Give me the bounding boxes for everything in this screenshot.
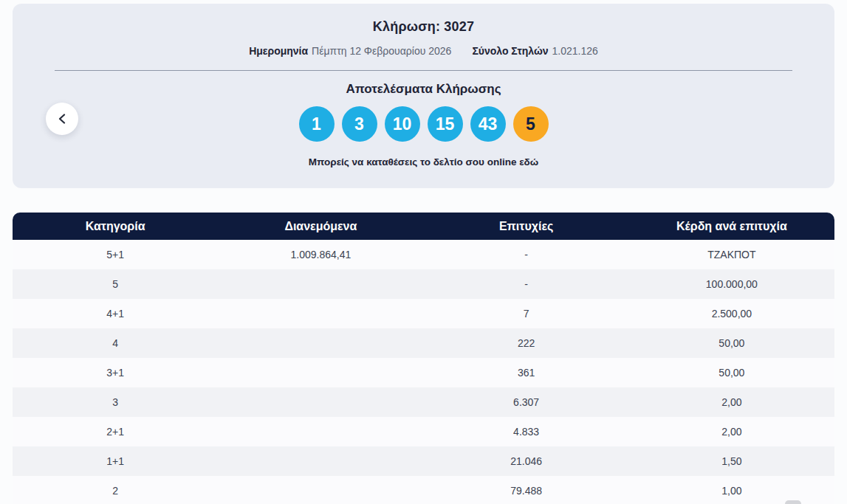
table-row: 2+14.8332,00 — [13, 417, 834, 446]
chevron-left-icon — [58, 114, 66, 124]
table-row: 5-100.000,00 — [13, 269, 834, 299]
cell-winners: 4.833 — [424, 426, 629, 438]
cell-category: 5 — [13, 278, 218, 290]
cell-winners: - — [424, 278, 629, 290]
cell-category: 4 — [13, 337, 218, 349]
cell-winners: 222 — [424, 337, 629, 349]
cell-category: 4+1 — [13, 308, 218, 320]
table-row: 5+11.009.864,41-ΤΖΑΚΠΟΤ — [13, 240, 834, 269]
draw-title: Κλήρωση: 3027 — [13, 4, 834, 35]
cell-distributed: 1.009.864,41 — [218, 249, 423, 260]
draw-summary-card: Κλήρωση: 3027 Ημερομηνία Πέμπτη 12 Φεβρο… — [13, 4, 834, 188]
cell-winners: 7 — [424, 308, 629, 320]
cell-prize: 2,00 — [629, 396, 834, 408]
cell-prize: ΤΖΑΚΠΟΤ — [629, 249, 834, 260]
table-row: 279.4881,00 — [13, 476, 834, 504]
winning-number-ball: 3 — [342, 106, 377, 142]
cell-winners: 21.046 — [424, 455, 629, 467]
cell-category: 5+1 — [13, 249, 218, 260]
table-row: 3+136150,00 — [13, 358, 834, 387]
cell-prize: 50,00 — [629, 367, 834, 379]
cell-category: 2 — [13, 485, 218, 497]
columns-value: 1.021.126 — [552, 45, 598, 57]
cell-prize: 1,50 — [629, 455, 834, 467]
column-header: Κέρδη ανά επιτυχία — [629, 220, 834, 233]
cell-category: 2+1 — [13, 426, 218, 438]
cell-prize: 1,00 — [629, 485, 834, 497]
cell-winners: - — [424, 249, 629, 260]
cell-winners: 6.307 — [424, 396, 629, 408]
date-value: Πέμπτη 12 Φεβρουαρίου 2026 — [312, 45, 451, 57]
cell-category: 3+1 — [13, 367, 218, 379]
column-header: Επιτυχίες — [424, 220, 629, 233]
winning-numbers-row: 131015435 — [13, 106, 834, 142]
previous-draw-button[interactable] — [46, 103, 78, 135]
winning-number-ball: 1 — [299, 106, 335, 142]
cell-winners: 361 — [424, 367, 629, 379]
draw-meta: Ημερομηνία Πέμπτη 12 Φεβρουαρίου 2026 Σύ… — [13, 45, 834, 57]
cell-category: 1+1 — [13, 455, 218, 467]
table-row: 1+121.0461,50 — [13, 446, 834, 476]
divider — [55, 70, 792, 71]
columns-label: Σύνολο Στηλών — [472, 45, 548, 57]
table-body: 5+11.009.864,41-ΤΖΑΚΠΟΤ5-100.000,004+172… — [13, 240, 834, 504]
scroll-top-button[interactable] — [785, 500, 801, 504]
winning-number-ball: 10 — [385, 106, 420, 142]
cell-prize: 50,00 — [629, 337, 834, 349]
winning-number-ball: 43 — [470, 106, 506, 142]
winning-number-ball: 15 — [428, 106, 463, 142]
cell-prize: 2,00 — [629, 426, 834, 438]
column-header: Κατηγορία — [13, 220, 218, 233]
joker-number-ball: 5 — [513, 106, 549, 142]
table-row: 422250,00 — [13, 328, 834, 358]
online-submit-link[interactable]: Μπορείς να καταθέσεις το δελτίο σου onli… — [13, 156, 834, 168]
results-table: ΚατηγορίαΔιανεμόμεναΕπιτυχίεςΚέρδη ανά ε… — [13, 213, 834, 504]
results-title: Αποτελέσματα Κλήρωσης — [13, 82, 834, 97]
table-row: 4+172.500,00 — [13, 299, 834, 328]
date-label: Ημερομηνία — [249, 45, 308, 57]
cell-winners: 79.488 — [424, 485, 629, 497]
cell-prize: 100.000,00 — [629, 278, 834, 290]
cell-prize: 2.500,00 — [629, 308, 834, 320]
cell-category: 3 — [13, 396, 218, 408]
table-header-row: ΚατηγορίαΔιανεμόμεναΕπιτυχίεςΚέρδη ανά ε… — [13, 213, 834, 240]
column-header: Διανεμόμενα — [218, 220, 423, 233]
table-row: 36.3072,00 — [13, 387, 834, 417]
